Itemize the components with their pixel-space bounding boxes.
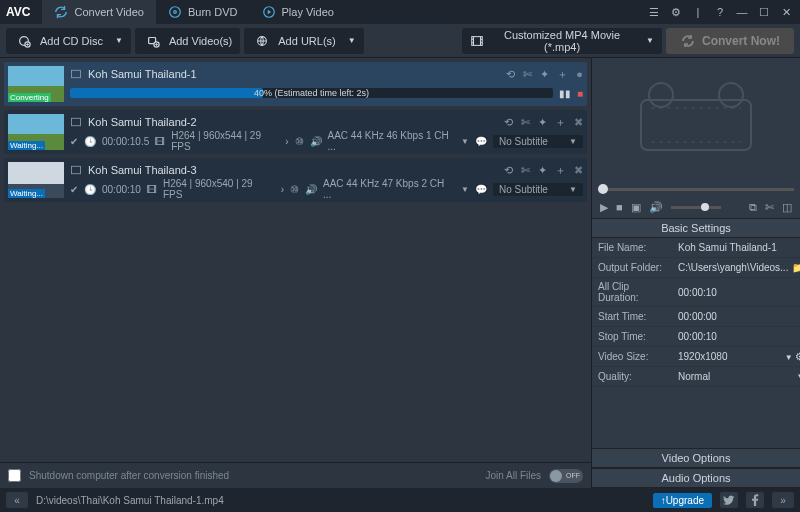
video-item[interactable]: Waiting... Koh Samui Thailand-3 ⟲ ✄ ✦ ＋ … (4, 158, 587, 202)
minimize-button[interactable]: — (734, 4, 750, 20)
preview-panel (592, 58, 800, 182)
add-videos-button[interactable]: Add Video(s) (135, 28, 240, 54)
shutdown-checkbox[interactable] (8, 469, 21, 482)
play-button[interactable]: ▶ (600, 201, 608, 214)
play-icon (262, 5, 276, 19)
prev-button[interactable]: « (6, 492, 28, 508)
video-options-button[interactable]: Video Options (592, 448, 800, 468)
volume-slider[interactable] (671, 206, 721, 209)
expand-icon[interactable]: › (285, 136, 288, 147)
crop-icon[interactable]: ◫ (782, 201, 792, 214)
join-all-label: Join All Files (485, 470, 541, 481)
video-size-select[interactable]: 1920x1080▼ ⚙ (672, 347, 800, 367)
upgrade-button[interactable]: ↑Upgrade (653, 493, 712, 508)
pause-button[interactable]: ▮▮ (559, 88, 571, 99)
cut-icon[interactable]: ✄ (521, 116, 530, 129)
subtitle-select[interactable]: No Subtitle▼ (493, 135, 583, 148)
link-icon[interactable]: ⧉ (749, 201, 757, 214)
duration: 00:00:10.5 (102, 136, 149, 147)
tab-burn-dvd[interactable]: Burn DVD (156, 0, 250, 24)
effects-icon[interactable]: ✦ (538, 164, 547, 177)
join-all-toggle[interactable]: OFF (549, 469, 583, 483)
remove-icon[interactable]: ● (576, 68, 583, 80)
filmreel-icon (631, 80, 761, 160)
convert-now-button[interactable]: Convert Now! (666, 28, 794, 54)
tab-label: Convert Video (74, 6, 144, 18)
tab-label: Play Video (282, 6, 334, 18)
button-label: Add URL(s) (278, 35, 335, 47)
folder-icon[interactable]: 📁 (792, 262, 800, 273)
stop-time-value[interactable]: 00:00:10 (672, 327, 800, 347)
tab-convert-video[interactable]: Convert Video (42, 0, 156, 24)
svg-rect-10 (72, 118, 81, 126)
setting-key: Start Time: (592, 307, 672, 327)
setting-key: Output Folder: (592, 258, 672, 278)
cut-icon[interactable]: ✄ (523, 68, 532, 81)
stop-button[interactable]: ■ (577, 88, 583, 99)
disc-add-icon (14, 31, 34, 51)
quality-select[interactable]: Normal▼ (672, 367, 800, 387)
expand-icon[interactable]: › (281, 184, 284, 195)
effects-icon[interactable]: ✦ (540, 68, 549, 81)
chevron-down-icon[interactable]: ▼ (461, 185, 469, 194)
speaker-icon: 🔊 (305, 184, 317, 195)
start-time-value[interactable]: 00:00:00 (672, 307, 800, 327)
tab-play-video[interactable]: Play Video (250, 0, 346, 24)
acodec: AAC 44 KHz 46 Kbps 1 CH ... (328, 130, 456, 152)
refresh-icon[interactable]: ⟲ (504, 164, 513, 177)
video-item[interactable]: Converting Koh Samui Thailand-1 ⟲ ✄ ✦ ＋ … (4, 62, 587, 106)
refresh-icon (54, 5, 68, 19)
disc-icon (168, 5, 182, 19)
status-path: D:\videos\Thai\Koh Samui Thailand-1.mp4 (36, 495, 224, 506)
add-icon[interactable]: ＋ (555, 163, 566, 178)
volume-icon[interactable]: 🔊 (649, 201, 663, 214)
video-title: Koh Samui Thailand-3 (88, 164, 498, 176)
subtitle-icon: 💬 (475, 184, 487, 195)
chevron-down-icon[interactable]: ▼ (461, 137, 469, 146)
menu-icon[interactable]: ☰ (646, 4, 662, 20)
settings-icon[interactable]: ⚙ (668, 4, 684, 20)
vcodec: H264 | 960x544 | 29 FPS (171, 130, 279, 152)
refresh-icon (680, 33, 696, 49)
file-name-value[interactable]: Koh Samui Thailand-1 (672, 238, 800, 258)
setting-key: Video Size: (592, 347, 672, 367)
audio-icon: ⑩ (295, 136, 304, 147)
facebook-icon[interactable] (746, 492, 764, 508)
all-clip-value: 00:00:10 (672, 278, 800, 307)
film-add-icon (143, 31, 163, 51)
subtitle-select[interactable]: No Subtitle▼ (493, 183, 583, 196)
output-profile-select[interactable]: Customized MP4 Movie (*.mp4) ▼ (462, 28, 662, 54)
video-title: Koh Samui Thailand-2 (88, 116, 498, 128)
add-icon[interactable]: ＋ (555, 115, 566, 130)
stop-button[interactable]: ■ (616, 201, 623, 213)
cut-icon[interactable]: ✄ (521, 164, 530, 177)
check-icon[interactable]: ✔ (70, 136, 78, 147)
audio-options-button[interactable]: Audio Options (592, 468, 800, 488)
remove-icon[interactable]: ✖ (574, 116, 583, 129)
refresh-icon[interactable]: ⟲ (504, 116, 513, 129)
svg-point-0 (170, 7, 181, 18)
duration: 00:00:10 (102, 184, 141, 195)
snapshot-button[interactable]: ▣ (631, 201, 641, 214)
audio-icon: ⑩ (290, 184, 299, 195)
status-badge: Converting (8, 93, 51, 102)
twitter-icon[interactable] (720, 492, 738, 508)
effects-icon[interactable]: ✦ (538, 116, 547, 129)
cut-icon[interactable]: ✄ (765, 201, 774, 214)
remove-icon[interactable]: ✖ (574, 164, 583, 177)
gear-icon[interactable]: ⚙ (795, 351, 800, 362)
add-cd-disc-button[interactable]: Add CD Disc ▼ (6, 28, 131, 54)
check-icon[interactable]: ✔ (70, 184, 78, 195)
seek-slider[interactable] (598, 188, 794, 191)
close-button[interactable]: ✕ (778, 4, 794, 20)
help-icon[interactable]: ? (712, 4, 728, 20)
refresh-icon[interactable]: ⟲ (506, 68, 515, 81)
add-icon[interactable]: ＋ (557, 67, 568, 82)
video-item[interactable]: Waiting... Koh Samui Thailand-2 ⟲ ✄ ✦ ＋ … (4, 110, 587, 154)
add-urls-button[interactable]: Add URL(s) ▼ (244, 28, 363, 54)
maximize-button[interactable]: ☐ (756, 4, 772, 20)
thumbnail: Waiting... (8, 114, 64, 150)
setting-key: Stop Time: (592, 327, 672, 347)
output-folder-value[interactable]: C:\Users\yangh\Videos...📁 (672, 258, 800, 278)
next-button[interactable]: » (772, 492, 794, 508)
